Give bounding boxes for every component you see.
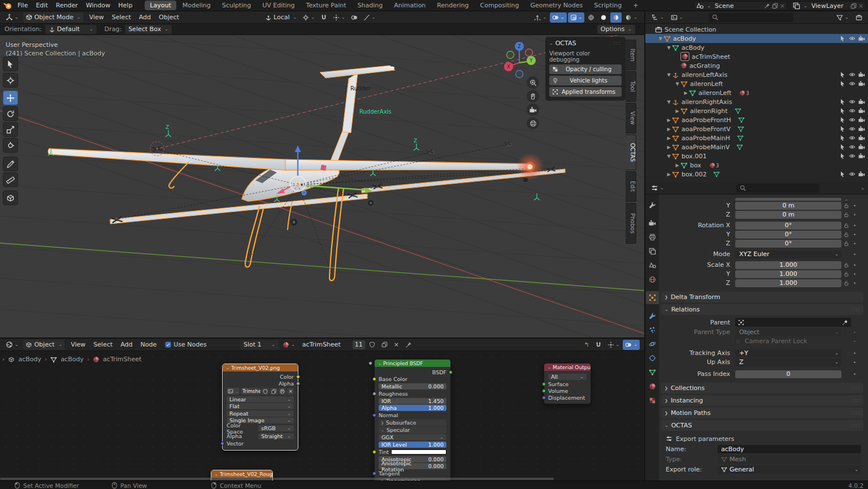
outliner-row-box.002[interactable]: ▶box.002 [645,170,868,179]
socket-gray[interactable] [296,382,300,386]
blender-logo-icon[interactable] [3,2,12,10]
shader-menu-view[interactable]: View [67,341,89,348]
octas-type-field[interactable]: Mesh [718,455,861,464]
editor-type-button[interactable]: ⌄ [3,12,21,23]
shading-material-button[interactable] [610,12,622,23]
panel-relations[interactable]: ⌄Relations:::: [661,304,863,315]
viewport-menu-add[interactable]: Add [135,14,155,21]
render-visibility-toggle[interactable] [858,135,865,141]
socket-yellow[interactable] [372,377,376,381]
tab-tool[interactable] [646,198,659,211]
transform-field[interactable] [735,198,841,201]
viewport-menu-object[interactable]: Object [155,14,183,21]
workspace-tab-uv-editing[interactable]: UV Editing [257,1,300,10]
tab-scene[interactable] [646,259,659,272]
properties-search-input[interactable] [736,184,820,193]
lock-icon[interactable] [841,241,851,246]
octas-button-vehicle-lights[interactable]: Vehicle lights [549,76,622,85]
viewport-menu-select[interactable]: Select [108,14,135,21]
workspace-tab-layout[interactable]: Layout [145,1,176,10]
node-panel-specular[interactable]: ⌄Specular [379,427,446,434]
editor-type-button[interactable]: ⌄ [649,12,666,23]
render-visibility-toggle[interactable] [858,35,865,42]
socket-vector[interactable] [220,442,224,445]
shading-rendered-button[interactable]: ⌄ [623,12,640,23]
property-field-y[interactable]: 0° [735,231,841,239]
new-collection-button[interactable] [853,12,865,23]
shading-solid-button[interactable] [598,12,609,23]
menu-window[interactable]: Window [82,1,114,10]
render-visibility-toggle[interactable] [858,126,865,132]
unlink-button[interactable]: × [392,340,401,350]
node-output[interactable]: ⌄Material OutputAll⌄SurfaceVolumeDisplac… [544,363,591,404]
socket-yellow[interactable] [296,375,300,379]
options-button[interactable]: Options⌄ [597,25,635,34]
image-name-field[interactable]: Trimsheet_V02... [241,388,261,395]
tool-tweak-button[interactable] [3,57,18,71]
lock-icon[interactable] [841,271,851,277]
property-field-z[interactable]: 1.000 [735,279,841,287]
hide-toggle[interactable] [849,171,856,178]
hide-toggle[interactable] [849,71,856,78]
snap-target-button[interactable]: ⌄ [605,340,622,350]
scene-selector[interactable]: ⌄ Scene × [694,1,787,10]
render-visibility-toggle[interactable] [858,144,865,150]
property-field-z[interactable]: 0 m [735,211,841,219]
outliner-row-aileronleft[interactable]: ▼aileronLeft [645,79,868,88]
octas-button-applied-transforms[interactable]: Applied transforms [549,87,622,97]
pack-button[interactable] [279,388,286,395]
node-bsdf[interactable]: ⌄Principled BSDFBSDFBase ColorMetallic0.… [374,359,451,481]
workspace-tab-geometry-nodes[interactable]: Geometry Nodes [525,1,588,10]
eyedropper-icon[interactable] [842,319,848,326]
hide-toggle[interactable] [849,107,856,114]
render-visibility-toggle[interactable] [858,116,865,123]
pin-button[interactable] [403,340,414,350]
node-image[interactable]: ⌄Trimsheet_V02.pngColorAlpha⌄Trimsheet_V… [222,363,298,451]
socket-shader[interactable] [542,382,546,386]
workspace-tab-compositing[interactable]: Compositing [475,1,524,10]
node-slider-alpha[interactable]: Alpha1.000 [379,405,446,411]
socket-vector[interactable] [372,413,376,417]
outliner-row-aoaprobefronth[interactable]: ▶aoaProbeFrontH [645,115,868,124]
material-users-button[interactable]: 11 [353,340,365,349]
lock-icon[interactable] [841,280,851,286]
tab-output[interactable] [646,231,659,244]
menu-help[interactable]: Help [114,1,136,10]
node-slider-anisotropic-rotation[interactable]: Anisotropic Rotation0.000 [379,463,446,469]
selectable-toggle[interactable] [839,71,846,78]
snap-target-button[interactable]: ⌄ [331,12,348,23]
tool-cursor3d-button[interactable] [3,73,18,88]
menu-render[interactable]: Render [52,1,82,10]
selectable-toggle[interactable] [839,171,846,178]
lock-icon[interactable] [841,203,851,209]
pass-index-field[interactable]: 0 [735,370,841,378]
outliner-row-aoaprobemainh[interactable]: ▶aoaProbeMainH [645,133,868,142]
socket-shader[interactable] [542,389,546,393]
outliner-row-aileronleftaxis[interactable]: ▼aileronLeftAxis [645,70,868,79]
selectable-toggle[interactable] [839,98,846,105]
outliner-row-scene collection[interactable]: Scene Collection [645,25,868,34]
tab-world[interactable] [646,273,659,286]
workspace-tab-shading[interactable]: Shading [353,1,388,10]
tab-object-data[interactable] [646,366,659,379]
proportional-edit-toggle[interactable] [349,12,360,23]
xray-toggle[interactable]: ⌄ [568,12,585,23]
close-icon[interactable]: × [858,2,863,10]
sidebar-tab-edit[interactable]: Edit [626,171,636,202]
node-menu-all[interactable]: All⌄ [548,374,587,380]
duplicate-button[interactable] [270,388,277,395]
render-visibility-toggle[interactable] [858,171,865,178]
tab-physics[interactable] [646,337,659,350]
panel-motion-paths[interactable]: ❯Motion Paths:::: [661,408,863,418]
snap-toggle[interactable] [318,12,329,23]
use-nodes-checkbox[interactable]: ✓ Use Nodes [163,340,209,350]
show-gizmo-button[interactable]: ⌄ [532,12,549,23]
material-name-field[interactable]: acTrimSheet [299,340,351,349]
node-header[interactable]: ⌄Trimsheet_V02_Rough.png [211,470,272,478]
workspace-tab-modeling[interactable]: Modeling [177,1,216,10]
parent-type-field[interactable]: Object⌄ [735,328,841,336]
node-slider-ior-level[interactable]: IOR Level1.000 [379,442,446,448]
pan-button[interactable] [527,90,539,102]
render-visibility-toggle[interactable] [858,153,865,159]
render-visibility-toggle[interactable] [858,71,865,78]
